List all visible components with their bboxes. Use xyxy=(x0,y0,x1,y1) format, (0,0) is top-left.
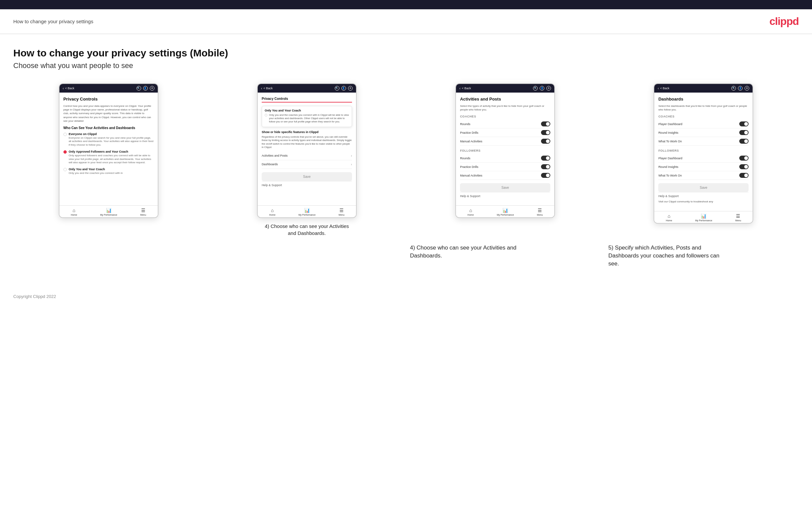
screenshot-4-wrapper: ‹ < Back 🔍 👤 ⚙ Dashboards Select the das… xyxy=(608,83,799,224)
page-heading: How to change your privacy settings (Mob… xyxy=(13,48,799,59)
chevron-dashboards-2: › xyxy=(351,163,352,166)
followers-manual-toggle-3[interactable] xyxy=(541,173,550,178)
nav-home-3[interactable]: ⌂ Home xyxy=(468,208,474,216)
menu-activities-2[interactable]: Activities and Posts › xyxy=(262,152,352,160)
home-icon-3: ⌂ xyxy=(469,208,472,213)
settings-icon-3[interactable]: ⚙ xyxy=(546,86,551,91)
back-button-3[interactable]: ‹ < Back xyxy=(459,87,471,90)
menu-label-4: Menu xyxy=(735,219,741,222)
toggle-coaches-manual-3: Manual Activities xyxy=(460,137,550,146)
toggle-followers-insights-4: Round Insights xyxy=(658,163,749,171)
nav-performance-1[interactable]: 📊 My Performance xyxy=(100,208,117,216)
dropdown-option-2: Only you and the coaches you connect wit… xyxy=(265,113,349,123)
coaches-workOn-toggle-4[interactable] xyxy=(739,139,749,144)
performance-icon-2: 📊 xyxy=(304,208,310,213)
radio-option-coach[interactable]: Only You and Your Coach Only you and the… xyxy=(63,168,154,175)
phone-topbar-2: ‹ < Back 🔍 👤 ⚙ xyxy=(258,84,356,93)
nav-home-4[interactable]: ⌂ Home xyxy=(666,213,672,222)
followers-player-toggle-4[interactable] xyxy=(739,156,749,161)
bottom-nav-3: ⌂ Home 📊 My Performance ☰ Menu xyxy=(456,206,554,217)
search-icon-2[interactable]: 🔍 xyxy=(335,86,340,91)
coaches-manual-label-3: Manual Activities xyxy=(460,140,482,143)
option2-desc: Only approved followers and coaches you … xyxy=(69,154,154,164)
followers-drills-toggle-3[interactable] xyxy=(541,164,550,169)
followers-rounds-toggle-3[interactable] xyxy=(541,156,550,161)
settings-icon-1[interactable]: ⚙ xyxy=(150,86,154,91)
search-icon-1[interactable]: 🔍 xyxy=(137,86,141,91)
coaches-insights-toggle-4[interactable] xyxy=(739,130,749,135)
dropdown-desc-2: Only you and the coaches you connect wit… xyxy=(269,113,349,123)
small-radio-2[interactable] xyxy=(265,114,267,116)
radio-option-followers[interactable]: Only Approved Followers and Your Coach O… xyxy=(63,150,154,164)
pc-body-1: Control how you and your data appears to… xyxy=(63,104,154,123)
menu-label-1: Menu xyxy=(140,214,146,216)
followers-workOn-toggle-4[interactable] xyxy=(739,173,749,178)
topbar-icons-1: 🔍 👤 ⚙ xyxy=(137,86,154,91)
coaches-workOn-label-4: What To Work On xyxy=(658,140,682,143)
nav-menu-2[interactable]: ☰ Menu xyxy=(339,208,345,216)
followers-insights-toggle-4[interactable] xyxy=(739,164,749,169)
pc-section-1: Who Can See Your Activities and Dashboar… xyxy=(63,126,154,130)
header-title: How to change your privacy settings xyxy=(13,18,93,24)
coaches-manual-toggle-3[interactable] xyxy=(541,139,550,144)
topbar-icons-4: 🔍 👤 ⚙ xyxy=(731,86,749,91)
home-label-2: Home xyxy=(269,214,276,216)
toggle-followers-player-4: Player Dashboard xyxy=(658,154,749,163)
screenshot-1-wrapper: ‹ < Back 🔍 👤 ⚙ Privacy Controls Control … xyxy=(13,83,204,218)
nav-home-2[interactable]: ⌂ Home xyxy=(269,208,276,216)
option3-desc: Only you and the coaches you connect wit… xyxy=(69,172,123,175)
radio-followers[interactable] xyxy=(63,150,67,154)
nav-menu-4[interactable]: ☰ Menu xyxy=(735,213,741,222)
radio-option-everyone[interactable]: Everyone on Clippd Everyone on Clippd ca… xyxy=(63,132,154,147)
radio-coach[interactable] xyxy=(63,168,67,171)
phone-mockup-1: ‹ < Back 🔍 👤 ⚙ Privacy Controls Control … xyxy=(59,83,158,218)
menu-dashboards-2[interactable]: Dashboards › xyxy=(262,160,352,169)
performance-icon-3: 📊 xyxy=(503,208,508,213)
nav-performance-4[interactable]: 📊 My Performance xyxy=(695,213,712,222)
back-button-2[interactable]: ‹ < Back xyxy=(261,87,273,90)
chevron-activities-2: › xyxy=(351,154,352,158)
save-button-4[interactable]: Save xyxy=(658,183,749,192)
followers-insights-label-4: Round Insights xyxy=(658,165,678,169)
coaches-player-label-4: Player Dashboard xyxy=(658,122,682,126)
section-body-2: Regardless of the privacy controls that … xyxy=(262,135,352,149)
home-label-1: Home xyxy=(71,214,77,216)
save-button-3[interactable]: Save xyxy=(460,183,550,192)
followers-label-4: FOLLOWERS xyxy=(658,149,749,152)
profile-icon-3[interactable]: 👤 xyxy=(540,86,544,91)
coaches-rounds-label-3: Rounds xyxy=(460,122,470,126)
nav-home-1[interactable]: ⌂ Home xyxy=(71,208,77,216)
coaches-drills-toggle-3[interactable] xyxy=(541,130,550,135)
radio-everyone[interactable] xyxy=(63,133,67,136)
save-button-2[interactable]: Save xyxy=(262,172,352,181)
dropdown-card-2: Only You and Your Coach Only you and the… xyxy=(262,106,352,127)
back-button-4[interactable]: ‹ < Back xyxy=(658,87,669,90)
bottom-nav-2: ⌂ Home 📊 My Performance ☰ Menu xyxy=(258,206,356,217)
nav-menu-3[interactable]: ☰ Menu xyxy=(537,208,543,216)
nav-menu-1[interactable]: ☰ Menu xyxy=(140,208,146,216)
tab-privacy-2[interactable]: Privacy Controls xyxy=(262,97,288,102)
performance-icon-4: 📊 xyxy=(701,213,706,219)
followers-rounds-label-3: Rounds xyxy=(460,157,470,160)
menu-activities-label-2: Activities and Posts xyxy=(262,154,288,157)
toggle-followers-workOn-4: What To Work On xyxy=(658,171,749,180)
nav-performance-3[interactable]: 📊 My Performance xyxy=(497,208,514,216)
caption-step4-large: 4) Choose who can see your Activities an… xyxy=(410,244,523,260)
search-icon-3[interactable]: 🔍 xyxy=(533,86,538,91)
profile-icon-1[interactable]: 👤 xyxy=(143,86,148,91)
home-icon-4: ⌂ xyxy=(667,213,670,219)
profile-icon-2[interactable]: 👤 xyxy=(341,86,346,91)
bottom-nav-1: ⌂ Home 📊 My Performance ☰ Menu xyxy=(59,206,158,217)
followers-player-label-4: Player Dashboard xyxy=(658,157,682,160)
tab-row-2: Privacy Controls xyxy=(262,97,352,103)
help-row-2: Help & Support xyxy=(262,181,352,189)
settings-icon-2[interactable]: ⚙ xyxy=(348,86,353,91)
nav-performance-2[interactable]: 📊 My Performance xyxy=(299,208,315,216)
activities-desc-3: Select the types of activity that you'd … xyxy=(460,104,550,111)
coaches-rounds-toggle-3[interactable] xyxy=(541,121,550,126)
coaches-player-toggle-4[interactable] xyxy=(739,121,749,126)
search-icon-4[interactable]: 🔍 xyxy=(731,86,736,91)
profile-icon-4[interactable]: 👤 xyxy=(738,86,743,91)
settings-icon-4[interactable]: ⚙ xyxy=(745,86,749,91)
back-button-1[interactable]: ‹ < Back xyxy=(63,87,74,90)
